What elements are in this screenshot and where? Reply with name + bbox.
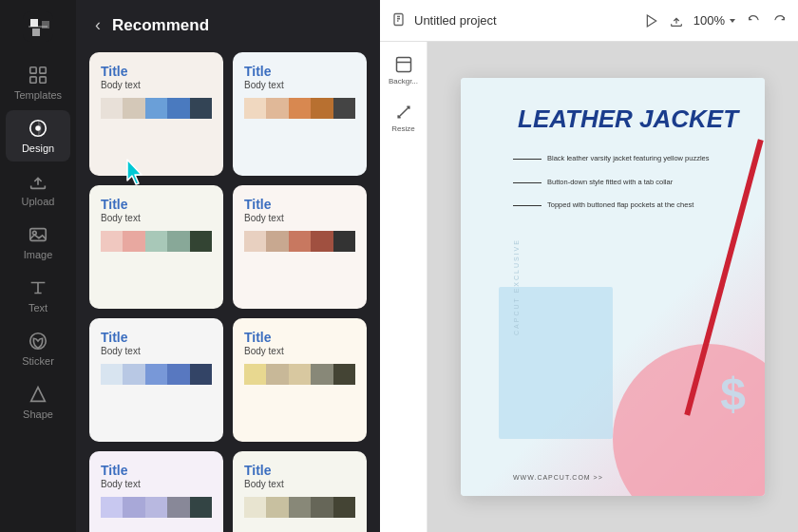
dash-1 <box>513 159 542 160</box>
card-body-5: Body text <box>101 346 212 356</box>
card-palette-6 <box>244 364 355 385</box>
palette-swatch <box>266 364 288 385</box>
card-title-3: Title <box>101 197 212 212</box>
card-title-1: Title <box>101 64 212 79</box>
toolbar-left: Untitled project <box>391 12 636 29</box>
palette-swatch <box>244 231 266 252</box>
palette-swatch <box>333 364 355 385</box>
canvas-area: CAPCUT EXCLUSIVE LEATHER JACKET Black le… <box>428 42 798 532</box>
palette-swatch <box>289 497 311 518</box>
sidebar-item-text[interactable]: Text <box>6 270 70 321</box>
palette-swatch <box>190 364 212 385</box>
app-logo <box>21 10 55 44</box>
card-body-3: Body text <box>101 213 212 223</box>
template-card-5[interactable]: TitleBody text <box>89 318 223 442</box>
sidebar-item-image[interactable]: Image <box>6 217 70 268</box>
palette-swatch <box>311 497 332 518</box>
palette-swatch <box>123 231 144 252</box>
palette-swatch <box>123 364 144 385</box>
panel-title: Recommend <box>112 16 209 35</box>
design-line-3: Topped with buttoned flap pockets at the… <box>513 200 750 211</box>
template-card-4[interactable]: TitleBody text <box>233 185 367 309</box>
svg-rect-14 <box>396 58 410 72</box>
play-icon <box>644 13 659 28</box>
palette-swatch <box>145 364 167 385</box>
template-card-2[interactable]: TitleBody text <box>233 52 367 176</box>
card-palette-4 <box>244 231 355 252</box>
palette-swatch <box>167 231 189 252</box>
svg-marker-11 <box>31 388 46 402</box>
palette-swatch <box>333 231 355 252</box>
palette-swatch <box>123 497 144 518</box>
export-icon <box>669 13 684 28</box>
palette-swatch <box>266 497 288 518</box>
undo-button[interactable] <box>747 13 762 28</box>
line-text-3: Topped with buttoned flap pockets at the… <box>547 200 694 211</box>
palette-swatch <box>167 98 189 119</box>
palette-swatch <box>145 231 167 252</box>
svg-rect-5 <box>40 77 46 83</box>
card-title-4: Title <box>244 197 355 212</box>
toolbar-right: 100% <box>644 13 787 28</box>
palette-swatch <box>101 497 123 518</box>
sidebar-item-sticker[interactable]: Sticker <box>6 323 70 374</box>
back-button[interactable]: ‹ <box>91 13 104 37</box>
template-card-6[interactable]: TitleBody text <box>233 318 367 442</box>
design-title: LEATHER JACKET <box>518 104 755 134</box>
sidebar-item-templates[interactable]: Templates <box>6 57 70 108</box>
template-card-7[interactable]: TitleBody text <box>89 451 223 532</box>
card-palette-5 <box>101 364 212 385</box>
palette-swatch <box>289 231 311 252</box>
dash-3 <box>513 205 542 206</box>
line-text-1: Black leather varsity jacket featuring y… <box>547 154 710 164</box>
design-exclusive-label: CAPCUT EXCLUSIVE <box>513 238 520 335</box>
play-button[interactable] <box>644 13 659 28</box>
palette-swatch <box>333 497 355 518</box>
background-button[interactable]: Backgr... <box>383 49 425 91</box>
card-palette-8 <box>244 497 355 518</box>
card-palette-2 <box>244 98 355 119</box>
card-body-8: Body text <box>244 479 355 489</box>
panel-header: ‹ Recommend <box>76 0 380 47</box>
palette-swatch <box>190 497 212 518</box>
design-dollar-sign: $ <box>720 368 746 420</box>
card-title-8: Title <box>244 463 355 478</box>
project-name: Untitled project <box>414 13 497 28</box>
sidebar-item-upload[interactable]: Upload <box>6 163 70 215</box>
card-body-2: Body text <box>244 80 355 90</box>
resize-button[interactable]: Resize <box>383 97 425 139</box>
background-label: Backgr... <box>389 77 418 86</box>
redo-icon <box>771 13 787 28</box>
template-card-8[interactable]: TitleBody text <box>233 451 367 532</box>
redo-button[interactable] <box>771 13 787 28</box>
card-body-1: Body text <box>101 80 212 90</box>
line-text-2: Button-down style fitted with a tab coll… <box>547 178 673 188</box>
palette-swatch <box>145 497 167 518</box>
design-lines: Black leather varsity jacket featuring y… <box>513 154 750 224</box>
zoom-control[interactable]: 100% <box>694 13 737 28</box>
sidebar-item-shape[interactable]: Shape <box>6 376 70 428</box>
palette-swatch <box>123 98 144 119</box>
background-icon <box>394 55 413 74</box>
design-url: WWW.CAPCUT.COM >> <box>513 474 603 481</box>
template-card-3[interactable]: TitleBody text <box>89 185 223 309</box>
design-line-1: Black leather varsity jacket featuring y… <box>513 154 750 164</box>
palette-swatch <box>167 364 189 385</box>
card-body-6: Body text <box>244 346 355 356</box>
file-icon <box>391 12 408 29</box>
palette-swatch <box>101 364 123 385</box>
card-palette-7 <box>101 497 212 518</box>
sidebar-item-design[interactable]: Design <box>6 110 70 162</box>
export-button[interactable] <box>669 13 684 28</box>
palette-swatch <box>333 98 355 119</box>
card-title-2: Title <box>244 64 355 79</box>
palette-swatch <box>167 497 189 518</box>
card-palette-3 <box>101 231 212 252</box>
card-title-7: Title <box>101 463 212 478</box>
svg-rect-4 <box>30 77 36 83</box>
template-card-1[interactable]: TitleBody text <box>89 52 223 176</box>
left-sidebar: Templates Design Upload Image Text <box>0 0 76 532</box>
undo-icon <box>747 13 762 28</box>
resize-label: Resize <box>391 124 414 133</box>
palette-swatch <box>311 98 332 119</box>
